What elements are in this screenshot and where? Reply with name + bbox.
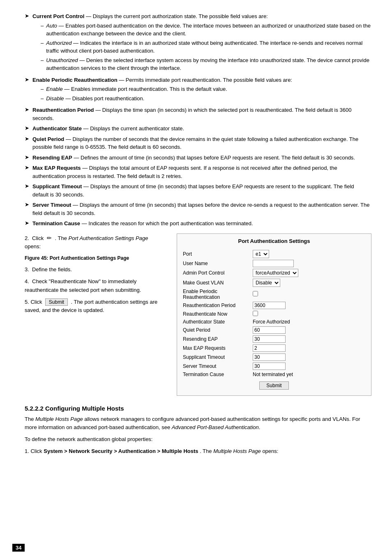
bullet-label: Supplicant Timeout [32,183,82,189]
step-4: 4. Check "Reauthenticate Now" to immedia… [25,277,164,295]
settings-row-quiet-period: Quiet Period [183,326,365,334]
to-define-text: To define the network authentication glo… [25,435,371,444]
step2-italic: Port Authentication Settings Page [69,235,148,241]
settings-value-supplicant-timeout[interactable] [253,353,365,361]
settings-value-max-eap[interactable] [253,344,365,352]
username-input[interactable] [253,260,294,267]
settings-value-username[interactable] [253,260,365,267]
settings-value-quiet-period[interactable] [253,326,365,334]
sub-bullet-list: – Enable — Enables immediate port reauth… [41,85,371,102]
bullet-current-port-control: ➤ Current Port Control — Displays the cu… [25,12,371,74]
settings-label-enable-periodic: Enable Periodic Reauthentication [183,289,253,300]
settings-value-admin-port[interactable]: forceAuthorized [253,269,365,277]
bullet-arrow-icon: ➤ [25,220,29,226]
figure-caption: Figure 45: Port Authentication Settings … [25,254,164,262]
bullet-quiet-period: ➤ Quiet Period — Displays the number of … [25,135,371,151]
settings-value-port[interactable]: e1 [253,250,365,258]
submit-inline-button[interactable]: Submit [45,298,68,306]
step-4-text: Check "Reauthenticate Now" to immediatel… [25,278,141,293]
settings-value-server-timeout[interactable] [253,363,365,370]
reauth-period-input[interactable] [253,302,286,309]
settings-row-termination-cause: Termination Cause Not terminated yet [183,372,365,377]
bullet-termination-cause: ➤ Termination Cause — Indicates the reas… [25,219,371,228]
settings-box-title: Port Authentication Settings [183,238,365,246]
settings-value-reauth-period[interactable] [253,302,365,309]
bullet-max-eap: ➤ Max EAP Requests — Displays the total … [25,164,371,180]
settings-label-quiet-period: Quiet Period [183,327,253,333]
two-col-section: 2. Click ✏ . The Port Authentication Set… [25,233,371,396]
steps-column: 2. Click ✏ . The Port Authentication Set… [25,233,164,319]
settings-row-enable-periodic: Enable Periodic Reauthentication [183,289,365,300]
bullet-label: Resending EAP [32,155,72,161]
settings-label-admin-port: Admin Port Control [183,270,253,276]
bullet-label: Current Port Control [32,13,84,19]
step-number: 2. Click [25,235,44,241]
settings-row-server-timeout: Server Timeout [183,363,365,370]
bullet-desc: — Indicates the reason for which the por… [82,220,253,226]
bullet-auth-state: ➤ Authenticator State — Displays the cur… [25,125,371,133]
bullet-label: Reauthentication Period [32,107,94,113]
settings-label-supplicant-timeout: Supplicant Timeout [183,354,253,360]
guest-vlan-select[interactable]: Disable [253,279,280,287]
bullet-arrow-icon: ➤ [25,125,29,131]
sub-bullet-authorized: – Authorized — Indicates the interface i… [41,39,371,55]
settings-row-username: User Name [183,260,365,267]
resending-eap-input[interactable] [253,335,286,343]
submit-row: Submit [183,381,365,390]
step-number: 4. [25,278,29,284]
settings-label-termination-cause: Termination Cause [183,372,253,377]
settings-value-reauth-now[interactable] [253,311,365,317]
bullet-desc: — Displays the current port authorizatio… [86,13,268,19]
settings-value-guest-vlan[interactable]: Disable [253,279,365,287]
step5-after: . The port authentication settings are s… [25,299,157,314]
settings-label-resending-eap: Resending EAP [183,336,253,342]
settings-label-server-timeout: Server Timeout [183,363,253,369]
settings-label-reauth-period: Reauthentication Period [183,303,253,308]
step-3-text: Define the fields. [32,266,72,273]
settings-label-max-eap: Max EAP Requests [183,345,253,351]
bullet-enable-periodic: ➤ Enable Periodic Reauthentication — Per… [25,76,371,104]
step-5: 5. Click Submit . The port authenticatio… [25,298,164,315]
port-select[interactable]: e1 [253,250,269,258]
settings-submit-button[interactable]: Submit [259,381,288,390]
supplicant-timeout-input[interactable] [253,353,286,361]
settings-value-enable-periodic[interactable] [253,291,365,298]
intro-italic2: Advanced Port-Based Authentication [172,424,259,430]
bullet-supplicant-timeout: ➤ Supplicant Timeout — Displays the amou… [25,182,371,199]
settings-row-supplicant-timeout: Supplicant Timeout [183,353,365,361]
page-number: 34 [12,544,25,552]
port-auth-settings-box: Port Authentication Settings Port e1 Use… [177,233,371,396]
bullet-label: Server Timeout [32,202,71,208]
step-2: 2. Click ✏ . The Port Authentication Set… [25,233,164,252]
bullet-label: Max EAP Requests [32,165,81,171]
step1-italic: Multiple Hosts Page [213,448,261,454]
settings-row-guest-vlan: Make Guest VLAN Disable [183,279,365,287]
server-timeout-input[interactable] [253,363,286,370]
settings-row-resending-eap: Resending EAP [183,335,365,343]
bullet-desc: — Permits immediate port reauthenticatio… [119,77,292,83]
admin-port-select[interactable]: forceAuthorized [253,269,298,277]
pencil-icon: ✏ [47,235,52,241]
settings-value-resending-eap[interactable] [253,335,365,343]
quiet-period-input[interactable] [253,326,286,334]
settings-row-reauth-period: Reauthentication Period [183,302,365,309]
sub-bullet-disable: – Disable — Disables port reauthenticati… [41,95,371,103]
step1-bold: System > Network Security > Authenticati… [44,448,198,454]
sub-bullet-list: – Auto — Enables port-based authenticati… [41,22,371,72]
settings-label-username: User Name [183,261,253,266]
bullet-arrow-icon: ➤ [25,183,29,189]
bullet-label: Authenticator State [32,125,82,132]
settings-row-port: Port e1 [183,250,365,258]
bullet-desc: — Displays the current authenticator sta… [83,125,184,132]
section-522: 5.2.2.2 Configuring Multiple Hosts The M… [25,405,371,456]
settings-row-reauth-now: Reauthenticate Now [183,311,365,317]
intro-italic: Multiple Hosts Page [35,416,83,422]
max-eap-input[interactable] [253,344,286,352]
enable-periodic-checkbox[interactable] [253,291,258,296]
settings-label-auth-state: Authenticator State [183,319,253,325]
step-number: 3. [25,266,29,273]
reauth-now-checkbox[interactable] [253,311,258,316]
bullet-desc: — Defines the amount of time (in seconds… [74,155,355,161]
bullet-arrow-icon: ➤ [25,136,29,142]
step-522-1: 1. Click System > Network Security > Aut… [25,447,371,456]
